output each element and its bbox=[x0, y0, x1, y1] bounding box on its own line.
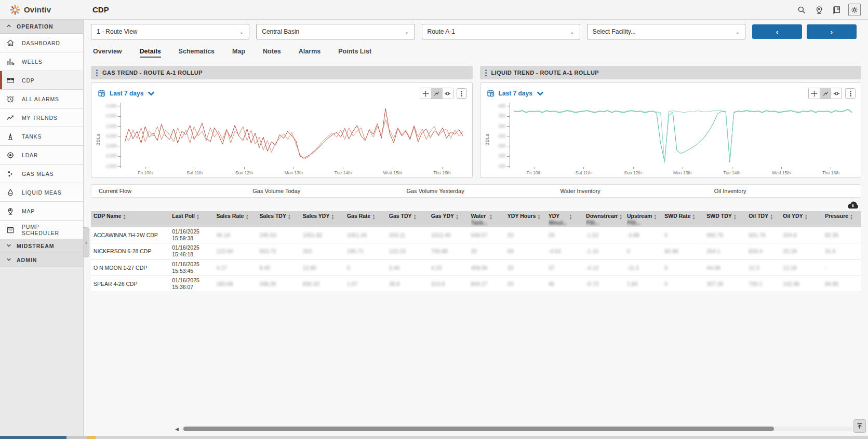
sidebar-item-tanks[interactable]: TANKS bbox=[0, 127, 83, 146]
settings-gear-icon[interactable] bbox=[848, 4, 861, 16]
sort-arrows-icon[interactable]: ▲▼ bbox=[619, 213, 622, 220]
tab-alarms[interactable]: Alarms bbox=[299, 48, 321, 58]
scrollbar-thumb[interactable] bbox=[183, 427, 774, 431]
sort-arrows-icon[interactable]: ▲▼ bbox=[413, 213, 417, 220]
sort-arrows-icon[interactable]: ▲▼ bbox=[196, 213, 199, 220]
panel-header[interactable]: GAS TREND - ROUTE A-1 ROLLUP bbox=[91, 66, 473, 79]
sidebar-item-dashboard[interactable]: DASHBOARD bbox=[0, 34, 83, 52]
pan-tool-icon[interactable] bbox=[420, 88, 431, 99]
column-header-gas-rate[interactable]: Gas Rate▲▼ bbox=[344, 211, 386, 227]
fit-horizontal-tool-icon[interactable] bbox=[831, 88, 842, 99]
panel-header[interactable]: LIQUID TREND - ROUTE A-1 ROLLUP bbox=[480, 66, 862, 79]
sort-arrows-icon[interactable]: ▲▼ bbox=[692, 213, 696, 220]
route-select[interactable]: Route A-1⌄ bbox=[422, 24, 580, 39]
value-cell: 0 bbox=[662, 276, 704, 292]
sort-arrows-icon[interactable]: ▲▼ bbox=[372, 213, 375, 220]
cdp-name-cell[interactable]: O N MOON 1-27 CDP bbox=[91, 259, 169, 276]
trend-tool-icon[interactable] bbox=[431, 88, 442, 99]
column-header-last-poll[interactable]: Last Poll▲▼ bbox=[169, 211, 213, 227]
chart-plot-area[interactable] bbox=[510, 103, 856, 168]
view-select[interactable]: 1 - Route View⌄ bbox=[91, 24, 249, 39]
column-header-downstream-psi[interactable]: DownstreamPSI...▲▼ bbox=[583, 211, 624, 227]
column-header-gas-tdy[interactable]: Gas TDY▲▼ bbox=[386, 211, 429, 227]
scroll-left-arrow-icon[interactable]: ◀ bbox=[175, 427, 181, 432]
tab-notes[interactable]: Notes bbox=[263, 48, 281, 58]
sort-arrows-icon[interactable]: ▲▼ bbox=[288, 213, 291, 220]
tab-map[interactable]: Map bbox=[232, 48, 245, 58]
basin-select[interactable]: Central Basin⌄ bbox=[256, 24, 415, 39]
scroll-to-top-button[interactable] bbox=[853, 419, 866, 433]
column-header-swd-tdy[interactable]: SWD TDY▲▼ bbox=[704, 211, 746, 227]
sidebar-collapse-handle[interactable]: ‹ bbox=[84, 227, 89, 257]
column-header-swd-rate[interactable]: SWD Rate▲▼ bbox=[662, 211, 704, 227]
sort-arrows-icon[interactable]: ▲▼ bbox=[569, 213, 572, 220]
chart-menu-kebab-icon[interactable] bbox=[457, 88, 467, 99]
column-header-ydy-minut[interactable]: YDYMinut...▲▼ bbox=[546, 211, 583, 227]
sidebar-item-wells[interactable]: WELLS bbox=[0, 52, 83, 71]
sort-arrows-icon[interactable]: ▲▼ bbox=[850, 213, 853, 220]
cdp-name-cell[interactable]: SPEAR 4-26 CDP bbox=[91, 276, 169, 292]
sidebar-item-pump-scheduler[interactable]: PUMP SCHEDULER bbox=[0, 221, 83, 239]
date-range-picker[interactable]: Last 7 days bbox=[484, 89, 544, 98]
tab-overview[interactable]: Overview bbox=[93, 48, 122, 58]
column-header-oil-ydy[interactable]: Oil YDY▲▼ bbox=[780, 211, 822, 227]
cdp-name-cell[interactable]: ACCAWINNA 7H-2W CDP bbox=[91, 227, 169, 243]
column-header-water-tank[interactable]: WaterTank...▲▼ bbox=[469, 211, 505, 227]
table-row[interactable]: NICKERSON 6-28 CDP01/16/202515:46:18122.… bbox=[91, 243, 861, 259]
sidebar-item-map[interactable]: MAP bbox=[0, 202, 83, 221]
pan-tool-icon[interactable] bbox=[809, 88, 820, 99]
column-header-cdp-name[interactable]: CDP Name▲▼ bbox=[91, 211, 169, 227]
sidebar-item-all-alarms[interactable]: ALL ALARMS bbox=[0, 90, 83, 108]
sidebar-section-operation[interactable]: OPERATION bbox=[0, 20, 83, 34]
brand[interactable]: Ovintiv bbox=[0, 4, 84, 16]
chart-menu-kebab-icon[interactable] bbox=[845, 88, 856, 99]
sidebar-section-admin[interactable]: ADMIN bbox=[0, 253, 83, 267]
drag-handle-icon[interactable] bbox=[96, 70, 98, 76]
date-range-picker[interactable]: Last 7 days bbox=[95, 89, 155, 98]
sort-arrows-icon[interactable]: ▲▼ bbox=[489, 213, 492, 220]
tab-details[interactable]: Details bbox=[140, 48, 161, 58]
search-icon[interactable] bbox=[795, 4, 808, 16]
table-row[interactable]: SPEAR 4-26 CDP01/16/202515:36:07180.6834… bbox=[91, 276, 861, 292]
column-header-sales-tdy[interactable]: Sales TDY▲▼ bbox=[257, 211, 300, 227]
sidebar-item-liquid-meas[interactable]: LIQUID MEAS bbox=[0, 183, 83, 202]
chart-card: Last 7 daysBBLs400350300250200150100Fri … bbox=[480, 83, 862, 178]
chart-plot-area[interactable] bbox=[121, 103, 467, 168]
column-header-gas-ydy[interactable]: Gas YDY▲▼ bbox=[429, 211, 469, 227]
column-header-sales-ydy[interactable]: Sales YDY▲▼ bbox=[300, 211, 344, 227]
sidebar-item-gas-meas[interactable]: GAS MEAS bbox=[0, 164, 83, 183]
column-header-upstream-psi[interactable]: UpstreamPSI...▲▼ bbox=[624, 211, 662, 227]
sort-arrows-icon[interactable]: ▲▼ bbox=[123, 213, 126, 220]
tab-schematics[interactable]: Schematics bbox=[179, 48, 215, 58]
location-pin-icon[interactable] bbox=[813, 4, 825, 16]
cdp-name-cell[interactable]: NICKERSON 6-28 CDP bbox=[91, 243, 169, 259]
column-header-ydy-hours[interactable]: YDY Hours▲▼ bbox=[505, 211, 546, 227]
next-route-button[interactable]: › bbox=[807, 24, 857, 39]
sort-arrows-icon[interactable]: ▲▼ bbox=[733, 213, 737, 220]
sort-arrows-icon[interactable]: ▲▼ bbox=[653, 213, 657, 220]
trend-tool-icon[interactable] bbox=[820, 88, 831, 99]
previous-route-button[interactable]: ‹ bbox=[752, 24, 802, 39]
sidebar-item-cdp[interactable]: CDP bbox=[0, 71, 83, 90]
docs-book-icon[interactable] bbox=[831, 4, 843, 16]
column-header-sales-rate[interactable]: Sales Rate▲▼ bbox=[214, 211, 257, 227]
column-header-oil-tdy[interactable]: Oil TDY▲▼ bbox=[746, 211, 780, 227]
table-row[interactable]: O N MOON 1-27 CDP01/16/202515:53:454.178… bbox=[91, 259, 861, 276]
scrollbar-track[interactable] bbox=[181, 427, 852, 431]
column-header-pressure[interactable]: Pressure▲▼ bbox=[822, 211, 861, 227]
sort-arrows-icon[interactable]: ▲▼ bbox=[246, 213, 249, 220]
drag-handle-icon[interactable] bbox=[485, 70, 487, 76]
tab-points-list[interactable]: Points List bbox=[338, 48, 371, 58]
facility-select[interactable]: Select Facility...⌄ bbox=[587, 24, 745, 39]
table-row[interactable]: ACCAWINNA 7H-2W CDP01/16/202515:59:3845.… bbox=[91, 227, 861, 243]
sidebar-section-midstream[interactable]: MIDSTREAM bbox=[0, 239, 83, 253]
sort-arrows-icon[interactable]: ▲▼ bbox=[456, 213, 459, 220]
cloud-download-icon[interactable] bbox=[846, 201, 860, 210]
sort-arrows-icon[interactable]: ▲▼ bbox=[331, 213, 334, 220]
sort-arrows-icon[interactable]: ▲▼ bbox=[537, 213, 540, 220]
fit-horizontal-tool-icon[interactable] bbox=[442, 88, 453, 99]
sort-arrows-icon[interactable]: ▲▼ bbox=[805, 213, 808, 220]
sort-arrows-icon[interactable]: ▲▼ bbox=[770, 213, 773, 220]
sidebar-item-my-trends[interactable]: MY TRENDS bbox=[0, 108, 83, 127]
sidebar-item-ldar[interactable]: LDAR bbox=[0, 146, 83, 164]
